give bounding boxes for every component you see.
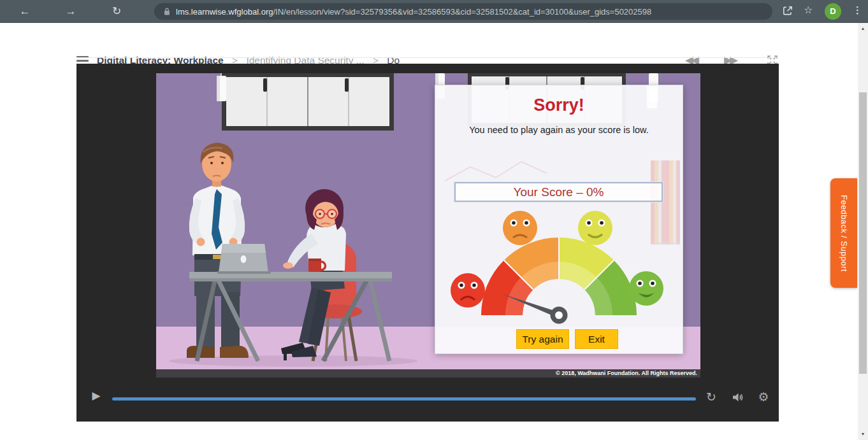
bookmark-star-icon[interactable]: ☆ bbox=[804, 4, 813, 16]
lesson-slide: © 2018, Wadhwani Foundation. All Rights … bbox=[156, 73, 700, 378]
exit-button[interactable]: Exit bbox=[575, 329, 618, 349]
seek-bar[interactable] bbox=[112, 397, 696, 401]
play-button[interactable]: ▶ bbox=[88, 388, 105, 404]
lock-icon bbox=[163, 7, 171, 16]
replay-icon[interactable]: ↻ bbox=[704, 390, 719, 405]
profile-avatar[interactable]: D bbox=[825, 3, 841, 20]
volume-icon[interactable] bbox=[730, 390, 746, 405]
emoji-angry-red bbox=[451, 273, 485, 308]
emoji-smile-yellow bbox=[578, 211, 612, 245]
page-scrollbar: ▲ ▼ bbox=[858, 23, 868, 440]
url-domain: lms.learnwise.wfglobal.org bbox=[176, 7, 273, 17]
lesson-player: © 2018, Wadhwani Foundation. All Rights … bbox=[76, 64, 779, 422]
browser-back-button[interactable]: ← bbox=[17, 4, 33, 19]
browser-reload-button[interactable]: ↻ bbox=[108, 4, 125, 19]
emoji-sad-orange bbox=[503, 211, 537, 245]
score-popup: Sorry! You need to play again as your sc… bbox=[435, 85, 683, 354]
browser-toolbar: ← → ↻ lms.learnwise.wfglobal.org/IN/en/l… bbox=[0, 0, 868, 23]
feedback-support-label: Feedback / Support bbox=[839, 195, 849, 272]
browser-forward-button[interactable]: → bbox=[62, 4, 79, 19]
scroll-up-arrow[interactable]: ▲ bbox=[858, 24, 868, 33]
lesson-header: Digital Literacy: Workplace > Identifyin… bbox=[0, 23, 858, 57]
try-again-button[interactable]: Try again bbox=[516, 329, 569, 349]
feedback-support-tab[interactable]: Feedback / Support bbox=[830, 178, 857, 288]
settings-gear-icon[interactable]: ⚙ bbox=[756, 390, 771, 405]
header-divider bbox=[76, 57, 779, 58]
url-text: lms.learnwise.wfglobal.org/IN/en/lesson/… bbox=[176, 7, 651, 17]
scroll-down-arrow[interactable]: ▼ bbox=[858, 430, 868, 439]
emoji-happy-green bbox=[629, 271, 663, 306]
score-gauge bbox=[435, 85, 684, 355]
address-bar[interactable]: lms.learnwise.wfglobal.org/IN/en/lesson/… bbox=[154, 3, 772, 20]
speaker-icon bbox=[732, 392, 744, 402]
browser-menu-icon[interactable]: ⋮ bbox=[853, 4, 862, 16]
gauge-arc bbox=[481, 238, 637, 315]
url-path: /IN/en/lesson/view?sid=32579356&vid=3258… bbox=[273, 7, 651, 17]
laptop bbox=[217, 244, 271, 274]
scrollbar-thumb[interactable] bbox=[859, 92, 867, 374]
share-icon[interactable] bbox=[782, 5, 793, 17]
copyright-bar: © 2018, Wadhwani Foundation. All Rights … bbox=[156, 369, 700, 378]
